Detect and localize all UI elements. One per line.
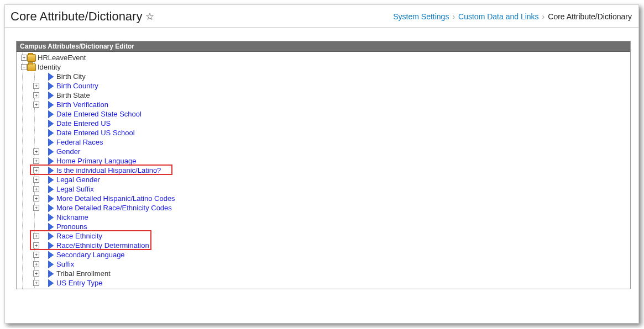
attribute-arrow-icon [48, 157, 54, 165]
expand-icon[interactable]: + [33, 280, 39, 286]
tree-attribute-node[interactable]: +Birth Country [19, 81, 630, 91]
tree-attribute-node[interactable]: +Race/Ethnicity Determination [19, 241, 630, 250]
tree-node-label[interactable]: Date Entered US School [56, 128, 135, 137]
tree-node-label[interactable]: Home Primary Language [56, 156, 137, 166]
chevron-right-icon: › [452, 12, 455, 21]
breadcrumb-link-custom-data[interactable]: Custom Data and Links [458, 12, 539, 21]
tree-node-label[interactable]: More Detailed Race/Ethnicity Codes [56, 203, 172, 213]
attribute-arrow-icon [48, 110, 54, 118]
tree-attribute-node[interactable]: +Is the individual Hispanic/Latino? [19, 166, 630, 175]
tree-attribute-node[interactable]: Date Entered US School [19, 128, 630, 137]
tree-node-label[interactable]: Secondary Language [56, 250, 125, 259]
attribute-arrow-icon [48, 92, 54, 99]
folder-icon [27, 63, 36, 71]
tree-attribute-node[interactable]: +More Detailed Hispanic/Latino Codes [19, 194, 630, 203]
attribute-arrow-icon [48, 251, 54, 259]
expand-icon[interactable]: + [33, 270, 39, 277]
chevron-right-icon: › [542, 12, 545, 21]
tree-node-label[interactable]: Is the individual Hispanic/Latino? [56, 166, 161, 175]
tree-attribute-node[interactable]: Date Entered State School [19, 109, 630, 119]
tree-attribute-node[interactable]: Nickname [19, 213, 630, 222]
expand-icon[interactable]: + [33, 261, 39, 267]
tree-attribute-node[interactable]: Date Entered US [19, 119, 630, 128]
tree-node-label[interactable]: Date Entered State School [56, 109, 142, 119]
tree-node-label[interactable]: US Entry Type [56, 278, 103, 288]
attribute-arrow-icon [48, 176, 54, 184]
tree-node-label[interactable]: More Detailed Hispanic/Latino Codes [56, 194, 175, 203]
breadcrumb-link-system-settings[interactable]: System Settings [393, 12, 449, 21]
tree-node-label[interactable]: Legal Gender [56, 175, 100, 184]
tree-node-label[interactable]: Nickname [56, 213, 88, 222]
tree-attribute-node[interactable]: Pronouns [19, 222, 630, 231]
attribute-arrow-icon [48, 195, 54, 203]
attribute-arrow-icon [48, 101, 54, 109]
tree-attribute-node[interactable]: +US Entry Type [19, 278, 630, 288]
tree-node-label[interactable]: Legal Suffix [56, 184, 94, 194]
expand-icon[interactable]: + [33, 205, 39, 211]
tree-attribute-node[interactable]: +Home Primary Language [19, 156, 630, 166]
collapse-icon[interactable]: − [21, 64, 27, 70]
attribute-arrow-icon [48, 129, 54, 137]
tree-scroll-area[interactable]: +HRLeaveEvent−IdentityBirth City+Birth C… [17, 52, 630, 289]
tree-attribute-node[interactable]: +Race Ethnicity [19, 231, 630, 241]
expand-icon[interactable]: + [33, 242, 39, 248]
tree-node-label: HRLeaveEvent [37, 53, 86, 62]
tree-attribute-node[interactable]: +Birth Verification [19, 100, 630, 109]
tree-node-label[interactable]: Birth Verification [56, 100, 108, 109]
expand-icon[interactable]: + [21, 55, 27, 61]
tree-node-label[interactable]: Race/Ethnicity Determination [56, 241, 149, 250]
tree-attribute-node[interactable]: +Secondary Language [19, 250, 630, 259]
expand-icon[interactable]: + [33, 195, 39, 201]
tree-attribute-node[interactable]: +Gender [19, 147, 630, 156]
expand-icon[interactable]: + [33, 252, 39, 258]
tree-folder-node[interactable]: +HRLeaveEvent [19, 53, 630, 62]
expand-icon[interactable]: + [33, 92, 39, 98]
tree-node-label[interactable]: Date Entered US [56, 119, 111, 128]
tree-attribute-node[interactable]: Federal Races [19, 137, 630, 147]
attribute-arrow-icon [48, 232, 54, 240]
panel-title: Campus Attributes/Dictionary Editor [17, 41, 630, 52]
expand-icon[interactable]: + [33, 148, 39, 155]
expand-icon[interactable]: + [33, 177, 39, 183]
tree-node-label: Tribal Enrollment [56, 269, 111, 278]
tree-node-label[interactable]: Birth Country [56, 81, 98, 91]
tree-attribute-node[interactable]: +Tribal Enrollment [19, 269, 630, 278]
tree-attribute-node[interactable]: +Birth State [19, 91, 630, 100]
tree-attribute-node[interactable]: +Legal Suffix [19, 184, 630, 194]
attribute-arrow-icon [48, 82, 54, 90]
tree-node-label: Identity [37, 62, 61, 72]
tree-node-label[interactable]: Gender [56, 147, 80, 156]
tree-node-label[interactable]: Suffix [56, 259, 74, 269]
attribute-arrow-icon [48, 167, 54, 174]
tree-node-label[interactable]: Pronouns [56, 222, 87, 231]
page-header: Core Attribute/Dictionary ☆ System Setti… [5, 5, 638, 27]
attribute-arrow-icon [48, 120, 54, 128]
attribute-arrow-icon [48, 279, 54, 287]
expand-icon[interactable]: + [33, 233, 39, 239]
attribute-arrow-icon [48, 148, 54, 156]
tree-attribute-node[interactable]: +More Detailed Race/Ethnicity Codes [19, 203, 630, 213]
attribute-arrow-icon [48, 214, 54, 221]
tree-node-label[interactable]: Race Ethnicity [56, 231, 102, 241]
tree-attribute-node[interactable]: +Suffix [19, 259, 630, 269]
attribute-arrow-icon [48, 261, 54, 268]
expand-icon[interactable]: + [33, 158, 39, 164]
page-title: Core Attribute/Dictionary [11, 9, 142, 24]
attribute-arrow-icon [48, 185, 54, 193]
expand-icon[interactable]: + [33, 167, 39, 173]
tree-attribute-node[interactable]: Birth City [19, 72, 630, 81]
tree-folder-node[interactable]: −Identity [19, 62, 630, 72]
expand-icon[interactable]: + [33, 186, 39, 192]
tree-attribute-node[interactable]: +Legal Gender [19, 175, 630, 184]
attribute-arrow-icon [48, 204, 54, 212]
attribute-tree: +HRLeaveEvent−IdentityBirth City+Birth C… [17, 53, 630, 288]
favorite-star-icon[interactable]: ☆ [145, 10, 154, 23]
tree-node-label[interactable]: Federal Races [56, 137, 103, 147]
expand-icon[interactable]: + [33, 83, 39, 89]
divider [5, 27, 638, 28]
editor-panel: Campus Attributes/Dictionary Editor +HRL… [16, 41, 631, 289]
breadcrumb: System Settings › Custom Data and Links … [393, 12, 632, 21]
page-container: Core Attribute/Dictionary ☆ System Setti… [4, 4, 639, 323]
attribute-arrow-icon [48, 242, 54, 250]
expand-icon[interactable]: + [33, 102, 39, 108]
